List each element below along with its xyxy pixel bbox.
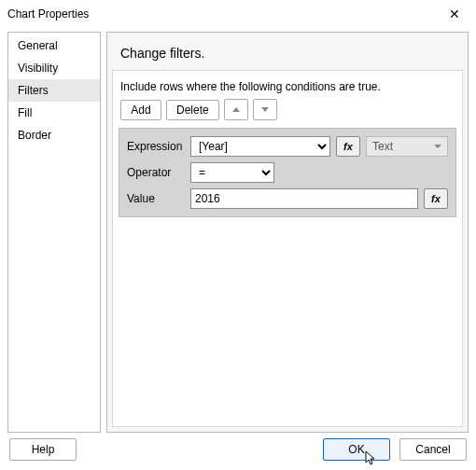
arrow-up-icon [232, 107, 240, 112]
type-value: Text [372, 140, 393, 153]
operator-select[interactable]: = [190, 162, 274, 183]
cancel-button[interactable]: Cancel [399, 438, 467, 461]
value-label: Value [127, 192, 185, 205]
expression-select[interactable]: [Year] [190, 136, 330, 157]
add-button[interactable]: Add [120, 100, 161, 120]
panel-heading: Change filters. [107, 33, 468, 70]
ok-label: OK [348, 443, 364, 456]
expression-label: Expression [127, 140, 185, 153]
filter-toolbar: Add Delete [113, 99, 462, 128]
move-up-button[interactable] [224, 99, 248, 120]
sidebar-item-filters[interactable]: Filters [8, 79, 100, 102]
expression-fx-button[interactable]: fx [336, 136, 360, 157]
expression-row: Expression [Year] fx Text [127, 136, 448, 157]
sidebar-item-visibility[interactable]: Visibility [8, 57, 100, 79]
dialog-footer: Help OK Cancel [0, 433, 476, 466]
delete-button[interactable]: Delete [166, 100, 219, 120]
sidebar: General Visibility Filters Fill Border [7, 32, 101, 433]
filter-area: Include rows where the following conditi… [112, 70, 463, 427]
empty-area [113, 217, 462, 426]
operator-label: Operator [127, 166, 185, 179]
operator-row: Operator = [127, 162, 448, 183]
sidebar-item-border[interactable]: Border [8, 124, 100, 146]
instruction-text: Include rows where the following conditi… [113, 71, 462, 99]
help-button[interactable]: Help [9, 438, 77, 461]
move-down-button[interactable] [253, 99, 277, 120]
value-fx-button[interactable]: fx [424, 188, 448, 209]
sidebar-item-general[interactable]: General [8, 35, 100, 57]
value-input[interactable] [190, 188, 418, 209]
arrow-down-icon [261, 107, 269, 112]
close-icon[interactable]: ✕ [441, 0, 469, 28]
dialog-content: General Visibility Filters Fill Border C… [0, 28, 476, 433]
filter-form: Expression [Year] fx Text Operator = [119, 128, 456, 217]
window-title: Chart Properties [7, 7, 89, 21]
chevron-down-icon [434, 145, 441, 148]
titlebar: Chart Properties ✕ [0, 0, 476, 28]
main-panel: Change filters. Include rows where the f… [106, 32, 469, 433]
value-row: Value fx [127, 188, 448, 209]
sidebar-item-fill[interactable]: Fill [8, 102, 100, 124]
type-dropdown[interactable]: Text [366, 136, 448, 157]
cursor-icon [365, 450, 378, 467]
ok-button[interactable]: OK [323, 438, 390, 461]
